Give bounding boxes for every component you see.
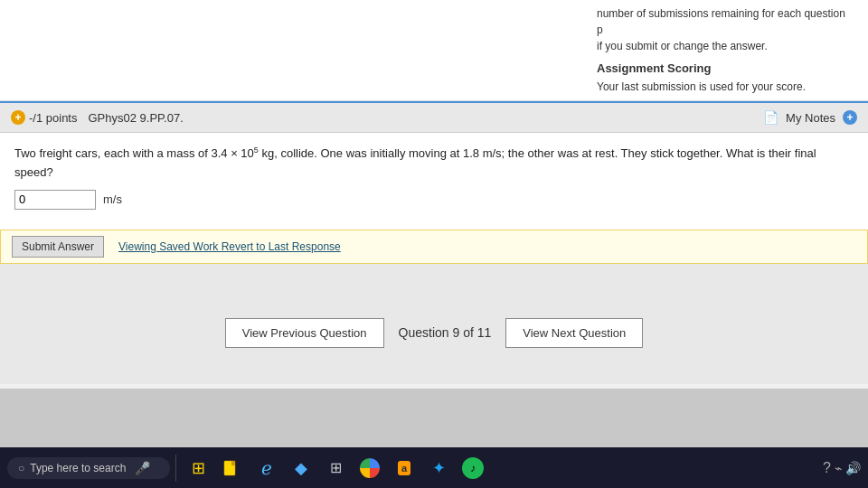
submit-button[interactable]: Submit Answer [12, 236, 104, 258]
my-notes-label: My Notes [786, 111, 835, 125]
question-body: Two freight cars, each with a mass of 3.… [0, 133, 868, 230]
taskbar-file-icon[interactable] [216, 452, 249, 484]
question-header-left: + -/1 points GPhys02 9.PP.07. [11, 110, 184, 125]
info-line1: number of submissions remaining for each… [597, 5, 850, 38]
answer-row: m/s [14, 190, 854, 210]
assignment-scoring-label: Assignment Scoring [597, 61, 850, 75]
search-icon: ○ [18, 462, 24, 474]
prev-question-button[interactable]: View Previous Question [225, 318, 384, 348]
taskbar-file-explorer-icon[interactable]: ⊞ [182, 452, 214, 484]
taskbar-twitter-icon[interactable]: ✦ [422, 452, 455, 484]
info-line2: if you submit or change the answer. [597, 38, 850, 54]
taskbar-spotify-icon[interactable]: ♪ [457, 452, 489, 484]
question-header: + -/1 points GPhys02 9.PP.07. 📄 My Notes… [0, 101, 868, 133]
taskbar-separator [175, 455, 176, 482]
question-counter: Question 9 of 11 [399, 325, 492, 340]
document-icon: 📄 [763, 110, 778, 125]
main-content: number of submissions remaining for each… [0, 0, 868, 389]
taskbar: ○ Type here to search 🎤 ⊞ ℯ ◆ ⊞ a ✦ ♪ ? … [0, 447, 868, 488]
scoring-desc: Your last submission is used for your sc… [597, 79, 850, 95]
taskbar-search-text: Type here to search [30, 462, 126, 474]
question-id: GPhys02 9.PP.07. [88, 111, 183, 125]
taskbar-apps-icon[interactable]: ⊞ [319, 452, 352, 484]
saved-work-text[interactable]: Viewing Saved Work Revert to Last Respon… [118, 240, 341, 253]
answer-input[interactable] [14, 190, 96, 210]
taskbar-edge-icon[interactable]: ℯ [250, 452, 283, 484]
add-icon[interactable]: + [843, 110, 857, 125]
taskbar-help-icon[interactable]: ? [823, 460, 831, 476]
taskbar-amazon-icon[interactable]: a [388, 452, 420, 484]
top-info-bar: number of submissions remaining for each… [0, 0, 868, 101]
svg-rect-1 [231, 461, 235, 465]
question-text: Two freight cars, each with a mass of 3.… [14, 144, 854, 183]
taskbar-dropbox-icon[interactable]: ◆ [285, 452, 317, 484]
unit-label: m/s [103, 191, 122, 210]
microphone-icon: 🎤 [135, 461, 150, 475]
taskbar-search[interactable]: ○ Type here to search 🎤 [7, 457, 170, 479]
question-text-part1: Two freight cars, each with a mass of 3.… [14, 146, 254, 160]
points-badge: + -/1 points [11, 110, 77, 125]
next-question-button[interactable]: View Next Question [505, 318, 643, 348]
plus-icon: + [11, 110, 25, 125]
points-text: -/1 points [29, 111, 77, 125]
taskbar-wifi-icon: ⌁ [835, 461, 842, 475]
saved-work-bar: Submit Answer Viewing Saved Work Revert … [0, 230, 868, 264]
taskbar-volume-icon: 🔊 [845, 461, 861, 475]
taskbar-chrome-icon[interactable] [354, 452, 386, 484]
taskbar-right: ? ⌁ 🔊 [823, 460, 861, 476]
question-header-right: 📄 My Notes + [763, 110, 857, 125]
navigation-area: View Previous Question Question 9 of 11 … [0, 264, 868, 384]
